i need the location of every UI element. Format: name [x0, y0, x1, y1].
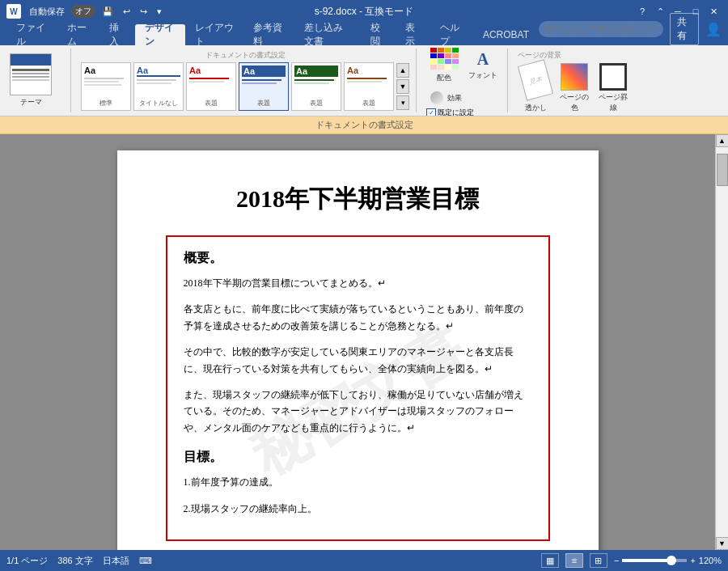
effects-icon — [430, 91, 443, 104]
quick-access-toolbar: 自動保存 オフ 💾 ↩ ↪ ▾ — [26, 4, 165, 19]
themes-content: テーマ — [10, 50, 52, 111]
page-color-icon — [561, 63, 588, 91]
para3: その中で、比較的数字が安定している関東エリアのマネージャーと各支店長に、現在行っ… — [184, 344, 532, 377]
default-checkbox[interactable]: ✓ — [426, 108, 436, 117]
page-info: 1/1 ページ — [6, 555, 48, 567]
page-color-button[interactable]: ページの色 — [557, 63, 592, 113]
para2: 各支店ともに、前年度に比べて実績が落ちているということもあり、前年度の予算を達成… — [184, 301, 532, 334]
scroll-up-button[interactable]: ▲ — [716, 134, 729, 147]
zoom-thumb[interactable] — [667, 556, 676, 565]
search-input[interactable] — [539, 21, 663, 37]
ribbon-share-area: 共有 👤 — [539, 13, 728, 45]
main-area: 秘密文書 2018年下半期営業目標 概要。 2018年下半期の営業目標についてま… — [0, 134, 728, 550]
font-icon: A — [477, 50, 489, 69]
page-color-label: ページの色 — [557, 92, 592, 113]
doc-format-text: ドキュメントの書式設定 — [315, 119, 413, 131]
section1-heading: 概要。 — [184, 250, 532, 267]
share-button[interactable]: 共有 — [670, 13, 699, 45]
styles-strip: Aa 標準 Aa タイトルなし Aa 表題 Aa — [81, 62, 409, 111]
style-6[interactable]: Aa 表題 — [344, 62, 394, 111]
style-3[interactable]: Aa 表題 — [186, 62, 236, 111]
tab-home[interactable]: ホーム — [57, 24, 100, 45]
fonts-label: フォント — [468, 70, 497, 81]
theme-preview — [10, 53, 52, 95]
effects-label: 効果 — [447, 93, 462, 104]
web-view[interactable]: ≡ — [565, 553, 583, 568]
watermark-button[interactable]: 見本 透かし — [518, 62, 553, 113]
zoom-out-button[interactable]: − — [614, 556, 619, 565]
set-default-row: ✓ 既定に設定 — [426, 108, 501, 116]
undo-button[interactable]: ↩ — [120, 5, 133, 19]
status-left: 1/1 ページ 386 文字 日本語 ⌨ — [6, 555, 152, 567]
style-4[interactable]: Aa 表題 — [239, 62, 289, 111]
scroll-down-button[interactable]: ▼ — [716, 537, 729, 550]
auto-save-toggle[interactable]: オフ — [71, 5, 95, 18]
auto-save-label: 自動保存 — [26, 4, 68, 19]
page-border-icon — [599, 63, 627, 91]
colors-label: 配色 — [437, 73, 451, 83]
document-title: 2018年下半期営業目標 — [166, 183, 550, 216]
effects-button[interactable]: 効果 — [426, 90, 466, 106]
zoom-in-button[interactable]: + — [690, 556, 695, 565]
style-standard[interactable]: Aa 標準 — [81, 62, 131, 111]
scroll-thumb[interactable] — [717, 154, 728, 186]
zoom-fill — [622, 559, 667, 562]
word-count: 386 文字 — [57, 555, 92, 567]
style-5[interactable]: Aa 表題 — [291, 62, 341, 111]
redo-button[interactable]: ↪ — [137, 5, 150, 19]
tab-references[interactable]: 参考資料 — [243, 24, 294, 45]
default-label[interactable]: 既定に設定 — [438, 108, 474, 116]
list-item-1: 1.前年度予算の達成。 — [184, 474, 532, 490]
status-right: ▦ ≡ ⊞ − + 120% — [541, 553, 722, 568]
vertical-scrollbar: ▲ ▼ — [715, 134, 728, 550]
tab-view[interactable]: 表示 — [396, 24, 430, 45]
doc-format-bar: ドキュメントの書式設定 — [0, 116, 728, 134]
themes-dropdown[interactable]: テーマ — [10, 53, 52, 108]
watermark-icon: 見本 — [518, 59, 553, 100]
content-box: 概要。 2018年下半期の営業目標についてまとめる。↵ 各支店ともに、前年度に比… — [166, 235, 550, 541]
tab-file[interactable]: ファイル — [6, 24, 57, 45]
title-bar-left: W 自動保存 オフ 💾 ↩ ↪ ▾ — [6, 4, 165, 19]
outline-view[interactable]: ⊞ — [590, 553, 607, 568]
tab-review[interactable]: 校閲 — [361, 24, 396, 45]
tab-mailings[interactable]: 差し込み文書 — [294, 24, 361, 45]
page-bg-buttons: 見本 透かし ページの色 ページ罫線 — [518, 62, 631, 113]
tab-acrobat[interactable]: ACROBAT — [473, 24, 539, 45]
tab-insert[interactable]: 挿入 — [99, 24, 134, 45]
tab-help[interactable]: ヘルプ — [430, 24, 473, 45]
styles-more[interactable]: ▾ — [396, 95, 409, 110]
doc-format-group-label: ドキュメントの書式設定 — [81, 50, 409, 61]
ribbon-group-themes: テーマ — [6, 49, 71, 112]
language-icon: ⌨ — [139, 556, 152, 566]
language: 日本語 — [103, 555, 129, 567]
document-page: 秘密文書 2018年下半期営業目標 概要。 2018年下半期の営業目標についてま… — [117, 150, 599, 550]
person-icon: 👤 — [705, 22, 722, 37]
styles-scroll-down[interactable]: ▼ — [396, 79, 409, 94]
list-item-2: 2.現場スタッフの継続率向上。 — [184, 501, 532, 517]
colors-fonts-row: 配色 A フォント — [426, 45, 501, 88]
para4: また、現場スタッフの継続率が低下しており、稼働が足りていない店舗が増えている。そ… — [184, 387, 532, 436]
page-border-label: ページ罫線 — [595, 92, 631, 113]
style-2[interactable]: Aa タイトルなし — [133, 62, 184, 111]
doc-formatting-group: ドキュメントの書式設定 Aa 標準 Aa タイトルなし Aa — [74, 49, 417, 112]
save-button[interactable]: 💾 — [99, 5, 116, 19]
zoom-area: − + 120% — [614, 556, 722, 565]
tab-layout[interactable]: レイアウト — [185, 24, 243, 45]
effects-default-row: 効果 — [426, 90, 501, 106]
zoom-slider[interactable] — [622, 559, 687, 562]
print-layout-view[interactable]: ▦ — [541, 553, 559, 568]
ribbon-content-design: テーマ ドキュメントの書式設定 Aa 標準 Aa タイトルなし — [0, 45, 728, 116]
fonts-button[interactable]: A フォント — [465, 45, 501, 88]
page-border-button[interactable]: ページ罫線 — [595, 63, 631, 113]
section2-heading: 目標。 — [184, 449, 532, 466]
styles-scroll-up[interactable]: ▲ — [396, 63, 409, 78]
colors-button[interactable]: 配色 — [426, 45, 462, 88]
color-grid-icon — [430, 48, 459, 70]
tab-design[interactable]: デザイン — [135, 24, 186, 45]
page-bg-group: ページの背景 見本 透かし ページの色 ページ罫線 — [511, 49, 637, 112]
zoom-level: 120% — [699, 556, 722, 565]
customize-button[interactable]: ▾ — [154, 5, 165, 19]
page-bg-group-label: ページの背景 — [518, 50, 631, 61]
document-scroll[interactable]: 秘密文書 2018年下半期営業目標 概要。 2018年下半期の営業目標についてま… — [0, 134, 715, 550]
word-icon: W — [6, 4, 21, 19]
